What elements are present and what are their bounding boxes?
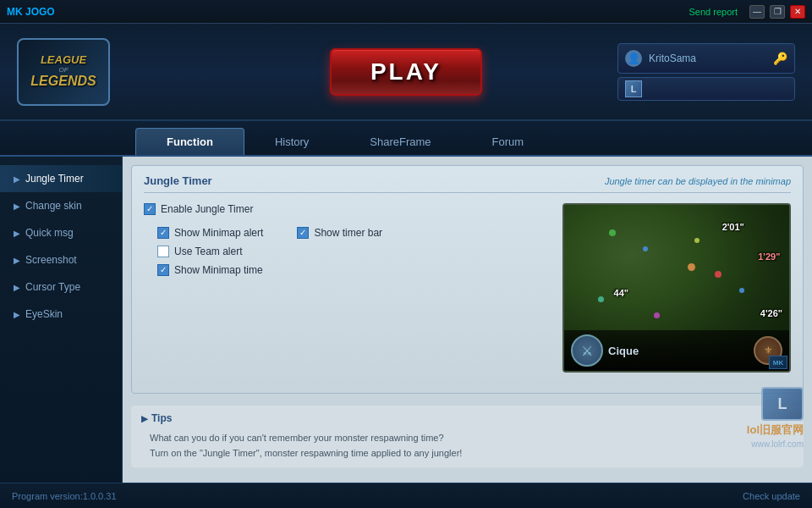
show-timer-bar-label: Show timer bar: [314, 227, 382, 239]
logo-league-text: LEAGUE: [41, 54, 86, 66]
arrow-icon-4: ▶: [14, 256, 20, 265]
main-area: ▶ Jungle Timer ▶ Change skin ▶ Quick msg…: [0, 157, 812, 483]
panel-title-text: Jungle Timer: [144, 174, 212, 187]
sidebar-item-quick-msg[interactable]: ▶ Quick msg: [0, 219, 122, 246]
use-team-alert-checkbox[interactable]: [157, 246, 169, 257]
watermark-logo-icon: L: [761, 387, 804, 421]
champion-avatar-icon: ⚔: [571, 334, 603, 367]
show-minimap-time-row: Show Minimap time: [144, 264, 551, 276]
sidebar-label-jungle-timer: Jungle Timer: [25, 173, 84, 185]
titlebar-controls: Send report — ❐ ✕: [689, 5, 805, 19]
sub-options-row1: Show Minimap alert Show timer bar: [144, 227, 551, 239]
champion-name-text: Cique: [608, 345, 749, 357]
sidebar-label-cursor-type: Cursor Type: [25, 281, 80, 293]
tab-forum[interactable]: Forum: [462, 129, 555, 155]
minimap-canvas: 2'01" 1'29" 44" 4'26" ⚔ Cique ⚜ MK: [564, 205, 789, 371]
app-title: MK JOGO: [7, 6, 55, 18]
sidebar-label-quick-msg: Quick msg: [25, 227, 74, 239]
enable-jungle-timer-option: Enable Jungle Timer: [144, 203, 551, 215]
header: LEAGUE OF LEGENDS PLAY 👤 KritoSama 🔑 L: [0, 24, 812, 121]
level-badge: L: [625, 80, 642, 97]
statusbar: Program version:1.0.0.31 Check update: [0, 483, 812, 508]
sidebar-label-screenshot: Screenshot: [25, 254, 77, 266]
user-info-panel: 👤 KritoSama 🔑: [617, 43, 795, 74]
show-minimap-time-option: Show Minimap time: [157, 264, 263, 276]
tips-line-2: Turn on the "Jungle Timer", monster resp…: [141, 446, 793, 461]
arrow-icon: ▶: [14, 174, 20, 184]
mk-badge-label: MK: [769, 356, 787, 369]
use-team-alert-row: Use Team alert: [144, 246, 551, 257]
logo-legends-text: LEGENDS: [30, 74, 96, 89]
timer-label-2: 1'29": [758, 251, 780, 262]
tab-history[interactable]: History: [244, 129, 339, 155]
show-minimap-time-checkbox[interactable]: [157, 264, 169, 276]
panel-hint-text: Jungle timer can be displayed in the min…: [605, 176, 791, 186]
restore-button[interactable]: ❐: [770, 5, 785, 19]
watermark: L lol旧服官网 www.lolrf.com: [747, 387, 804, 449]
watermark-url: www.lolrf.com: [751, 439, 804, 449]
sidebar-item-eyeskin[interactable]: ▶ EyeSkin: [0, 301, 122, 328]
key-icon[interactable]: 🔑: [773, 52, 787, 65]
sidebar-label-eyeskin: EyeSkin: [25, 308, 63, 320]
sidebar-label-change-skin: Change skin: [25, 200, 82, 212]
user-badge-panel: L: [617, 77, 795, 101]
check-update-link[interactable]: Check update: [743, 491, 800, 501]
logo-of-text: OF: [58, 66, 68, 74]
minimap-preview: 2'01" 1'29" 44" 4'26" ⚔ Cique ⚜ MK: [562, 203, 791, 373]
sidebar-item-screenshot[interactable]: ▶ Screenshot: [0, 246, 122, 273]
user-area: 👤 KritoSama 🔑 L: [617, 43, 795, 101]
nav-tabs: Function History ShareFrame Forum: [0, 121, 812, 157]
use-team-alert-label: Use Team alert: [174, 246, 242, 257]
close-button[interactable]: ✕: [790, 5, 805, 19]
league-logo: LEAGUE OF LEGENDS: [17, 38, 110, 106]
minimap-bottom-hud: ⚔ Cique ⚜ MK: [564, 330, 789, 371]
jungle-timer-panel: Jungle Timer Jungle timer can be display…: [131, 165, 804, 394]
show-minimap-alert-option: Show Minimap alert: [157, 227, 263, 239]
show-minimap-time-label: Show Minimap time: [174, 264, 263, 276]
minimize-button[interactable]: —: [749, 5, 765, 19]
show-minimap-alert-checkbox[interactable]: [157, 227, 169, 239]
timer-label-1: 2'01": [722, 222, 744, 232]
watermark-site-name: lol旧服官网: [747, 422, 804, 438]
show-timer-bar-checkbox[interactable]: [297, 227, 309, 239]
version-label: Program version:1.0.0.31: [12, 491, 117, 501]
arrow-icon-2: ▶: [14, 202, 20, 211]
arrow-icon-6: ▶: [14, 310, 20, 319]
titlebar: MK JOGO Send report — ❐ ✕: [0, 0, 812, 24]
play-button[interactable]: PLAY: [330, 48, 482, 96]
tab-function[interactable]: Function: [135, 128, 244, 155]
timer-label-3: 44": [614, 288, 628, 298]
panel-body: Enable Jungle Timer Show Minimap alert S…: [144, 203, 791, 373]
panel-header: Jungle Timer Jungle timer can be display…: [144, 174, 791, 193]
content-area: Jungle Timer Jungle timer can be display…: [123, 157, 812, 483]
tips-arrow-icon: ▶: [141, 414, 148, 423]
timer-label-4: 4'26": [760, 308, 782, 318]
tips-line-1: What can you do if you can't remember yo…: [141, 431, 793, 446]
sidebar: ▶ Jungle Timer ▶ Change skin ▶ Quick msg…: [0, 157, 123, 483]
play-button-area: PLAY: [330, 48, 482, 96]
sidebar-item-jungle-timer[interactable]: ▶ Jungle Timer: [0, 165, 122, 192]
send-report-link[interactable]: Send report: [689, 7, 738, 17]
options-column: Enable Jungle Timer Show Minimap alert S…: [144, 203, 551, 373]
tips-header-text: Tips: [151, 412, 172, 424]
tips-section: ▶ Tips What can you do if you can't reme…: [131, 406, 804, 467]
tips-header: ▶ Tips: [141, 412, 793, 424]
username-label: KritoSama: [649, 52, 766, 64]
user-avatar-icon: 👤: [625, 50, 642, 67]
sidebar-item-cursor-type[interactable]: ▶ Cursor Type: [0, 273, 122, 301]
arrow-icon-3: ▶: [14, 229, 20, 238]
arrow-icon-5: ▶: [14, 283, 20, 292]
enable-jungle-timer-checkbox[interactable]: [144, 203, 156, 215]
show-timer-bar-option: Show timer bar: [297, 227, 382, 239]
show-minimap-alert-label: Show Minimap alert: [174, 227, 263, 239]
sidebar-item-change-skin[interactable]: ▶ Change skin: [0, 192, 122, 219]
logo-area: LEAGUE OF LEGENDS: [17, 38, 110, 106]
enable-jungle-timer-label: Enable Jungle Timer: [161, 203, 253, 215]
use-team-alert-option: Use Team alert: [157, 246, 242, 257]
tab-shareframe[interactable]: ShareFrame: [339, 129, 461, 155]
